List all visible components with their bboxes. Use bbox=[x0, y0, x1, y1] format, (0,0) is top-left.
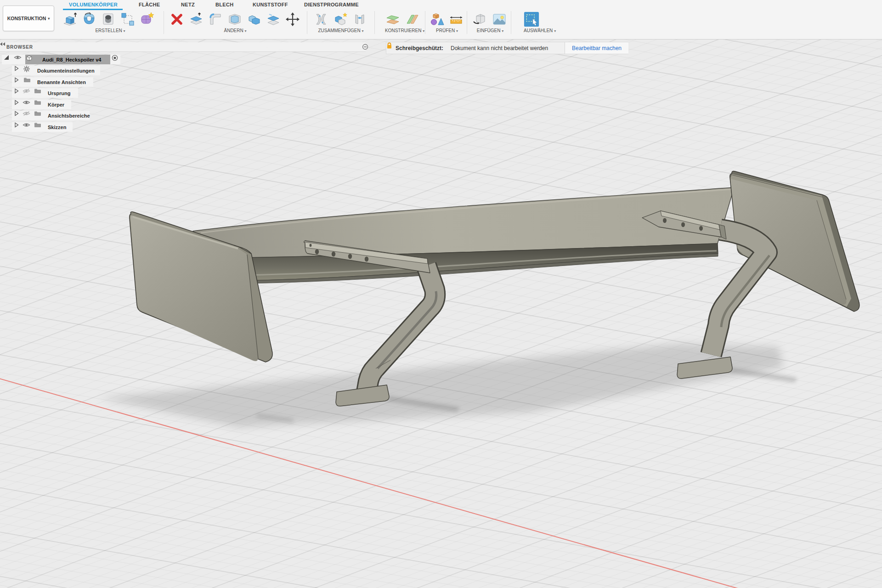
group-auswaehlen-icons bbox=[524, 10, 539, 28]
tree-node-label[interactable]: Ansichtsbereiche bbox=[48, 111, 90, 120]
tab-netz[interactable]: NETZ bbox=[181, 1, 195, 8]
browser-panel-header[interactable]: BROWSER bbox=[0, 42, 366, 52]
tree-node-label[interactable]: Ursprung bbox=[48, 88, 71, 98]
konstruktion-dropdown-button[interactable]: KONSTRUKTION ▾ bbox=[3, 6, 54, 31]
toolbar-group-divider bbox=[374, 11, 375, 34]
move-icon[interactable] bbox=[285, 10, 300, 28]
select-icon[interactable] bbox=[524, 10, 539, 28]
toolbar-group-divider bbox=[164, 11, 164, 34]
ribbon-toolbar: VOLUMENKÖRPERFLÄCHENETZBLECHKUNSTSTOFFDI… bbox=[0, 0, 882, 40]
revolve-icon[interactable] bbox=[81, 10, 97, 28]
3d-viewport[interactable]: BROWSER Audi_R8_Heckspoiler v4Dokumentei… bbox=[0, 40, 882, 588]
combine-icon[interactable] bbox=[246, 10, 262, 28]
toolbar-group-divider bbox=[425, 11, 425, 34]
group-label-aendern[interactable]: ÄNDERN ▾ bbox=[169, 28, 301, 34]
measure-icon[interactable] bbox=[429, 10, 445, 28]
group-konstruieren-icons bbox=[385, 10, 420, 28]
group-pruefen-icons bbox=[429, 10, 464, 28]
group-zusammenfuegen-icons bbox=[313, 10, 368, 28]
tree-node-label[interactable]: Körper bbox=[48, 100, 64, 109]
pattern-icon[interactable] bbox=[120, 10, 136, 28]
browser-panel-title: BROWSER bbox=[6, 45, 33, 50]
group-aendern-icons bbox=[169, 10, 300, 28]
press-pull-icon[interactable] bbox=[188, 10, 204, 28]
toolbar-group-divider bbox=[307, 11, 307, 34]
delete-icon[interactable] bbox=[169, 10, 185, 28]
group-label-erstellen[interactable]: ERSTELLEN ▾ bbox=[62, 28, 158, 34]
tree-row-audi-r8-heckspoiler-v4[interactable]: Audi_R8_Heckspoiler v4 bbox=[0, 55, 138, 64]
hole-icon[interactable] bbox=[101, 10, 116, 28]
ruler-icon[interactable] bbox=[448, 10, 464, 28]
tree-row-koerper[interactable]: Körper bbox=[0, 100, 138, 109]
construction-plane-icon[interactable] bbox=[385, 10, 401, 28]
tree-row-benannte-ansichten[interactable]: Benannte Ansichten bbox=[0, 77, 138, 87]
group-erstellen-icons bbox=[62, 10, 155, 28]
notification-message: Dokument kann nicht bearbeitet werden bbox=[451, 45, 548, 51]
tab-volumenkoerper[interactable]: VOLUMENKÖRPER bbox=[69, 1, 118, 8]
group-einfuegen-icons bbox=[472, 10, 507, 28]
tree-node-label[interactable]: Dokumenteinstellungen bbox=[37, 66, 95, 75]
group-label-auswaehlen[interactable]: AUSWÄHLEN ▾ bbox=[524, 28, 545, 34]
notification-title: Schreibgeschützt: bbox=[396, 45, 443, 51]
tree-row-ursprung[interactable]: Ursprung bbox=[0, 88, 138, 98]
toolbar-group-divider bbox=[467, 11, 467, 34]
construction-plane-angle-icon[interactable] bbox=[404, 10, 420, 28]
extrude-icon[interactable] bbox=[62, 10, 78, 28]
konstruktion-button-label: KONSTRUKTION bbox=[7, 16, 46, 21]
tab-blech[interactable]: BLECH bbox=[215, 1, 233, 8]
tree-row-ansichtsbereiche[interactable]: Ansichtsbereiche bbox=[0, 111, 138, 120]
tree-row-dokumenteinstellungen[interactable]: Dokumenteinstellungen bbox=[0, 66, 138, 75]
insert-derive-icon[interactable] bbox=[472, 10, 488, 28]
tree-node-label[interactable]: Skizzen bbox=[48, 122, 66, 132]
chevron-down-icon: ▾ bbox=[48, 17, 50, 21]
tab-flaeche[interactable]: FLÄCHE bbox=[139, 1, 160, 8]
offset-face-icon[interactable] bbox=[266, 10, 281, 28]
canvas-icon[interactable] bbox=[492, 10, 507, 28]
group-label-konstruieren[interactable]: KONSTRUIEREN ▾ bbox=[385, 28, 421, 34]
fillet-icon[interactable] bbox=[208, 10, 223, 28]
group-label-einfuegen[interactable]: EINFÜGEN ▾ bbox=[472, 28, 508, 34]
as-built-joint-icon[interactable] bbox=[352, 10, 368, 28]
tree-row-skizzen[interactable]: Skizzen bbox=[0, 122, 138, 132]
group-label-zusammenfuegen[interactable]: ZUSAMMENFÜGEN ▾ bbox=[313, 28, 368, 34]
new-component-icon[interactable] bbox=[333, 10, 348, 28]
joint-icon[interactable] bbox=[313, 10, 329, 28]
group-label-pruefen[interactable]: PRÜFEN ▾ bbox=[429, 28, 465, 34]
shell-icon[interactable] bbox=[227, 10, 243, 28]
make-editable-button[interactable]: Bearbeitbar machen bbox=[565, 42, 628, 54]
tree-node-label[interactable]: Audi_R8_Heckspoiler v4 bbox=[42, 55, 101, 64]
toolbar-group-divider bbox=[511, 11, 511, 34]
tab-kunststoff[interactable]: KUNSTSTOFF bbox=[253, 1, 288, 8]
create-form-icon[interactable] bbox=[139, 10, 155, 28]
tree-node-label[interactable]: Benannte Ansichten bbox=[37, 77, 86, 87]
read-only-notification-bar: Schreibgeschützt: Dokument kann nicht be… bbox=[386, 42, 628, 54]
tab-dienstprogramme[interactable]: DIENSTPROGRAMME bbox=[304, 1, 359, 8]
